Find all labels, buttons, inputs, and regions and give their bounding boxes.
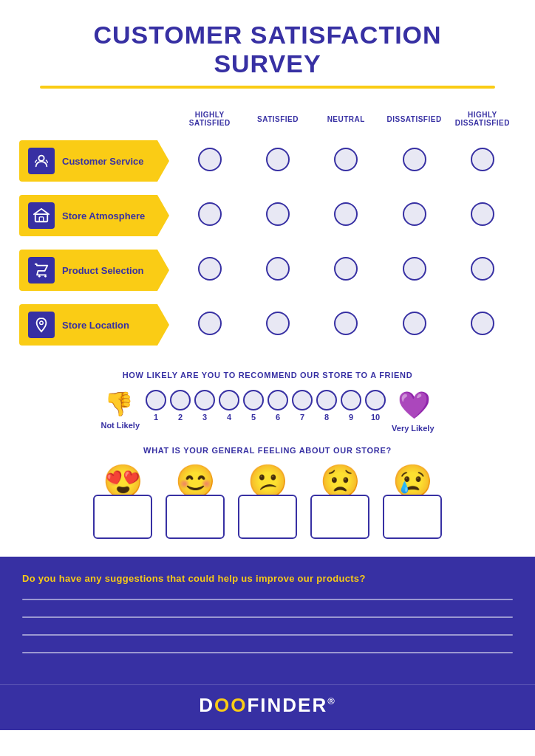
feeling-box-cry[interactable] xyxy=(383,495,442,539)
scale-item-5: 5 xyxy=(243,390,264,422)
svg-point-0 xyxy=(38,156,44,161)
footer: DOOFINDER® xyxy=(0,684,535,730)
radio-sl-5[interactable] xyxy=(449,298,516,351)
not-likely-label: Not Likely xyxy=(100,421,140,430)
radio-cs-3[interactable] xyxy=(313,134,379,188)
suggestion-line-4 xyxy=(22,652,513,653)
heart-wrap: 💜 Very Likely xyxy=(392,390,435,433)
scale-circle-5[interactable] xyxy=(243,390,264,410)
feeling-box-happy[interactable] xyxy=(166,495,225,539)
store-atmosphere-icon xyxy=(28,202,55,229)
radio-ps-2[interactable] xyxy=(245,244,311,297)
scale-item-7: 7 xyxy=(292,390,313,422)
row-label-product-selection: Product Selection xyxy=(19,244,175,297)
svg-point-3 xyxy=(38,275,41,278)
brand-d: D xyxy=(199,694,214,716)
scale-item-9: 9 xyxy=(341,390,361,422)
feeling-item-neutral[interactable]: 😕 xyxy=(238,465,297,539)
scale-item-8: 8 xyxy=(316,390,337,422)
thumb-wrap: 👎 Not Likely xyxy=(100,390,140,430)
feeling-box-sad[interactable] xyxy=(310,495,369,539)
feeling-item-sad[interactable]: 😟 xyxy=(310,465,369,539)
feeling-box-love[interactable] xyxy=(93,495,152,539)
suggestions-section: Do you have any suggestions that could h… xyxy=(0,557,535,684)
heart-icon: 💜 xyxy=(398,390,431,421)
col-satisfied: SATISFIED xyxy=(245,111,311,133)
satisfaction-section: HIGHLYSATISFIED SATISFIED NEUTRAL DISSAT… xyxy=(0,96,535,360)
scale-circle-6[interactable] xyxy=(268,390,288,410)
table-row: Customer Service xyxy=(19,134,516,188)
scale-item-4: 4 xyxy=(219,390,239,422)
radio-sa-3[interactable] xyxy=(313,189,379,242)
product-selection-icon xyxy=(28,257,55,284)
scale-circle-3[interactable] xyxy=(194,390,215,410)
radio-sa-5[interactable] xyxy=(449,189,516,242)
love-emoji: 😍 xyxy=(103,465,143,498)
store-location-label: Store Location xyxy=(62,320,129,331)
scale-circle-4[interactable] xyxy=(219,390,239,410)
scale-circle-10[interactable] xyxy=(365,390,386,410)
svg-point-4 xyxy=(44,275,47,278)
radio-sl-1[interactable] xyxy=(177,298,243,351)
brand-logo: DOOFINDER® xyxy=(0,694,535,717)
suggestion-line-1 xyxy=(22,599,513,600)
suggestions-question: Do you have any suggestions that could h… xyxy=(22,573,513,584)
radio-ps-5[interactable] xyxy=(449,244,516,297)
header: CUSTOMER SATISFACTION SURVEY xyxy=(0,0,535,96)
scale-numbers: 1 2 3 4 5 xyxy=(146,390,386,422)
radio-cs-1[interactable] xyxy=(177,134,243,188)
scale-item-6: 6 xyxy=(268,390,288,422)
suggestion-line-3 xyxy=(22,634,513,636)
scale-circle-9[interactable] xyxy=(341,390,361,410)
feeling-item-cry[interactable]: 😢 xyxy=(383,465,442,539)
header-divider xyxy=(40,86,495,89)
radio-sl-4[interactable] xyxy=(381,298,447,351)
scale-circle-2[interactable] xyxy=(170,390,191,410)
radio-sa-4[interactable] xyxy=(381,189,447,242)
col-neutral: NEUTRAL xyxy=(313,111,379,133)
table-row: Store Location xyxy=(19,298,516,351)
survey-title: CUSTOMER SATISFACTION SURVEY xyxy=(15,21,520,78)
row-label-store-atmosphere: Store Atmosphere xyxy=(19,189,175,242)
feeling-box-neutral[interactable] xyxy=(238,495,297,539)
radio-ps-4[interactable] xyxy=(381,244,447,297)
registered-mark: ® xyxy=(327,696,336,707)
feeling-item-love[interactable]: 😍 xyxy=(93,465,152,539)
store-atmosphere-label: Store Atmosphere xyxy=(62,210,145,221)
col-highly-satisfied: HIGHLYSATISFIED xyxy=(177,111,243,133)
radio-sl-3[interactable] xyxy=(313,298,379,351)
svg-point-5 xyxy=(40,321,44,325)
recommend-question: HOW LIKELY ARE YOU TO RECOMMEND OUR STOR… xyxy=(18,371,517,379)
sad-emoji: 😟 xyxy=(320,465,361,498)
radio-ps-1[interactable] xyxy=(177,244,243,297)
scale-circle-7[interactable] xyxy=(292,390,313,410)
radio-sa-2[interactable] xyxy=(245,189,311,242)
neutral-emoji: 😕 xyxy=(248,465,288,498)
scale-item-2: 2 xyxy=(170,390,191,422)
recommend-scale-row: 👎 Not Likely 1 2 3 4 xyxy=(25,390,510,433)
svg-rect-1 xyxy=(35,214,48,221)
scale-item-10: 10 xyxy=(365,390,386,422)
feeling-item-happy[interactable]: 😊 xyxy=(166,465,225,539)
scale-circle-1[interactable] xyxy=(146,390,166,410)
cry-emoji: 😢 xyxy=(392,465,433,498)
customer-service-label: Customer Service xyxy=(62,156,144,167)
radio-sa-1[interactable] xyxy=(177,189,243,242)
thumbs-down-icon: 👎 xyxy=(104,390,134,418)
radio-cs-5[interactable] xyxy=(449,134,516,188)
radio-sl-2[interactable] xyxy=(245,298,311,351)
table-row: Product Selection xyxy=(19,244,516,297)
scale-circle-8[interactable] xyxy=(316,390,337,410)
radio-ps-3[interactable] xyxy=(313,244,379,297)
page: CUSTOMER SATISFACTION SURVEY HIGHLYSATIS… xyxy=(0,0,535,730)
customer-service-icon xyxy=(28,148,55,174)
satisfaction-table: HIGHLYSATISFIED SATISFIED NEUTRAL DISSAT… xyxy=(18,109,517,353)
col-highly-dissatisfied: HIGHLYDISSATISFIED xyxy=(449,111,516,133)
row-label-store-location: Store Location xyxy=(19,298,175,351)
scale-item-1: 1 xyxy=(146,390,166,422)
radio-cs-4[interactable] xyxy=(381,134,447,188)
recommend-section: HOW LIKELY ARE YOU TO RECOMMEND OUR STOR… xyxy=(0,360,535,433)
radio-cs-2[interactable] xyxy=(245,134,311,188)
table-row: Store Atmosphere xyxy=(19,189,516,242)
col-dissatisfied: DISSATISFIED xyxy=(381,111,447,133)
